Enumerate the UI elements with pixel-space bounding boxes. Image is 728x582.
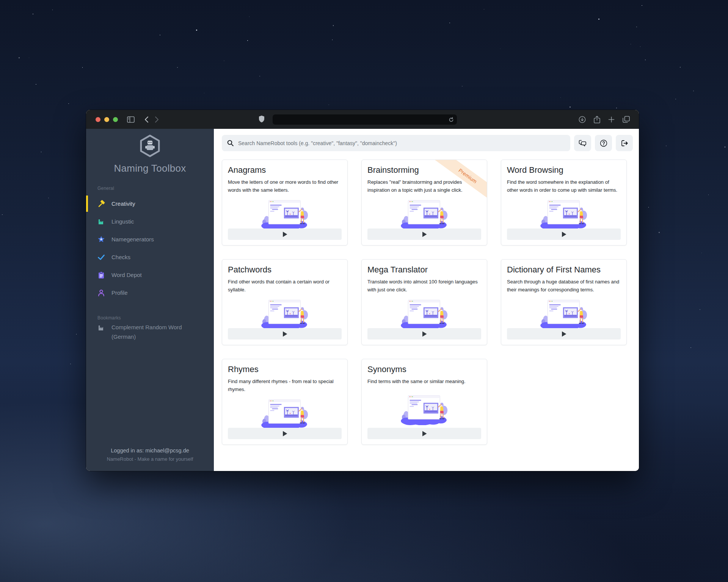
tool-card[interactable]: Brainstorming Replaces "real" brainstorm… — [361, 160, 487, 246]
sidebar-item-namegenerators[interactable]: Namegenerators — [86, 230, 214, 248]
star — [160, 35, 160, 36]
chat-icon — [579, 140, 587, 147]
star — [648, 207, 649, 208]
address-bar[interactable] — [273, 114, 457, 125]
bookmark-item-label: Complement Random Word (German) — [111, 323, 204, 342]
tool-launch-button[interactable] — [228, 228, 342, 240]
sidebar-item-lingustic[interactable]: Lingustic — [86, 213, 214, 230]
tool-card[interactable]: Patchwords Find other words that contain… — [222, 259, 348, 345]
sidebar-item-word-depot[interactable]: Word Depot — [86, 266, 214, 284]
tool-launch-button[interactable] — [367, 228, 481, 240]
tool-card-title: Mega Translator — [367, 265, 481, 275]
star — [177, 67, 178, 68]
check-icon — [97, 253, 105, 261]
help-button[interactable] — [595, 135, 612, 151]
tool-card-title: Patchwords — [228, 265, 342, 275]
sidebar-toggle-icon[interactable] — [127, 116, 135, 123]
logout-button[interactable] — [616, 135, 633, 151]
play-icon — [562, 331, 566, 337]
address-input[interactable] — [273, 117, 449, 122]
tool-launch-button[interactable] — [507, 328, 621, 340]
tool-illustration — [367, 294, 481, 328]
factory-chart-icon — [97, 324, 105, 332]
zoom-button[interactable] — [113, 117, 118, 122]
tool-search[interactable] — [222, 135, 570, 151]
star — [462, 86, 463, 87]
app-sidebar: Naming Toolbox General Creativity — [86, 129, 214, 471]
tool-card-description: Find the word somewhere in the explanati… — [507, 178, 621, 194]
close-button[interactable] — [96, 117, 100, 122]
privacy-shield-icon[interactable] — [259, 115, 265, 123]
star — [247, 40, 248, 41]
tool-card[interactable]: Anagrams Move the letters of one or more… — [222, 160, 348, 246]
star — [204, 93, 205, 94]
star — [560, 97, 561, 98]
bookmark-item-complement-random-word[interactable]: Complement Random Word (German) — [86, 321, 214, 342]
star — [570, 106, 571, 108]
tool-card-description: Find many different rhymes - from real t… — [228, 377, 342, 393]
downloads-icon[interactable] — [579, 116, 586, 123]
star — [36, 84, 36, 85]
search-row — [222, 135, 633, 151]
tool-card[interactable]: Mega Translator Translate words into alm… — [361, 259, 487, 345]
share-icon[interactable] — [594, 116, 600, 124]
tool-card-title: Brainstorming — [367, 165, 481, 175]
tool-launch-button[interactable] — [367, 428, 481, 439]
star — [19, 57, 20, 58]
tool-illustration — [228, 294, 342, 328]
star — [2, 214, 3, 215]
sidebar-item-profile[interactable]: Profile — [86, 284, 214, 302]
play-icon — [282, 431, 287, 436]
tool-card-description: Replaces "real" brainstorming and provid… — [367, 178, 481, 194]
tool-card[interactable]: Word Browsing Find the word somewhere in… — [501, 160, 627, 246]
tab-overview-icon[interactable] — [623, 116, 630, 123]
tool-illustration — [507, 294, 621, 328]
search-input[interactable] — [237, 140, 570, 147]
star — [484, 9, 485, 10]
sidebar-item-creativity[interactable]: Creativity — [86, 195, 214, 213]
back-button[interactable] — [144, 116, 149, 123]
reload-icon[interactable] — [449, 117, 454, 122]
tool-card-title: Anagrams — [228, 165, 342, 175]
star — [675, 99, 676, 100]
sidebar-item-label: Namegenerators — [111, 236, 154, 242]
star — [52, 9, 53, 10]
tool-illustration — [367, 195, 481, 228]
star — [666, 146, 667, 146]
tool-card[interactable]: Rhymes Find many different rhymes - from… — [222, 359, 348, 445]
star — [636, 27, 637, 27]
tool-launch-button[interactable] — [507, 228, 621, 240]
star — [259, 76, 260, 77]
tool-card-title: Rhymes — [228, 365, 342, 374]
browser-window: Naming Toolbox General Creativity — [86, 110, 639, 471]
tool-launch-button[interactable] — [367, 328, 481, 340]
star — [68, 103, 69, 104]
feedback-button[interactable] — [574, 135, 591, 151]
star — [449, 23, 450, 23]
tool-card[interactable]: Dictionary of First Names Search through… — [501, 259, 627, 345]
play-icon — [282, 232, 287, 237]
star — [640, 46, 641, 47]
star — [701, 253, 702, 253]
star — [680, 67, 681, 68]
tool-launch-button[interactable] — [228, 328, 342, 340]
minimize-button[interactable] — [104, 117, 109, 122]
tool-card[interactable]: Synonyms Find terms with the same or sim… — [361, 359, 487, 445]
tool-card-title: Word Browsing — [507, 165, 621, 175]
tool-card-description: Search through a huge database of first … — [507, 278, 621, 294]
star — [76, 334, 77, 335]
tool-launch-button[interactable] — [228, 428, 342, 439]
forward-button[interactable] — [155, 116, 159, 123]
star — [41, 152, 42, 152]
tool-card-description: Move the letters of one or more words to… — [228, 178, 342, 194]
star — [693, 91, 694, 91]
star — [33, 14, 33, 14]
factory-chart-icon — [97, 218, 105, 225]
star — [642, 5, 642, 6]
sidebar-item-checks[interactable]: Checks — [86, 248, 214, 266]
new-tab-icon[interactable] — [608, 116, 615, 123]
star — [333, 25, 334, 26]
tool-card-description: Translate words into almost 100 foreign … — [367, 278, 481, 294]
tool-card-description: Find other words that contain a certain … — [228, 278, 342, 294]
star — [690, 347, 691, 348]
